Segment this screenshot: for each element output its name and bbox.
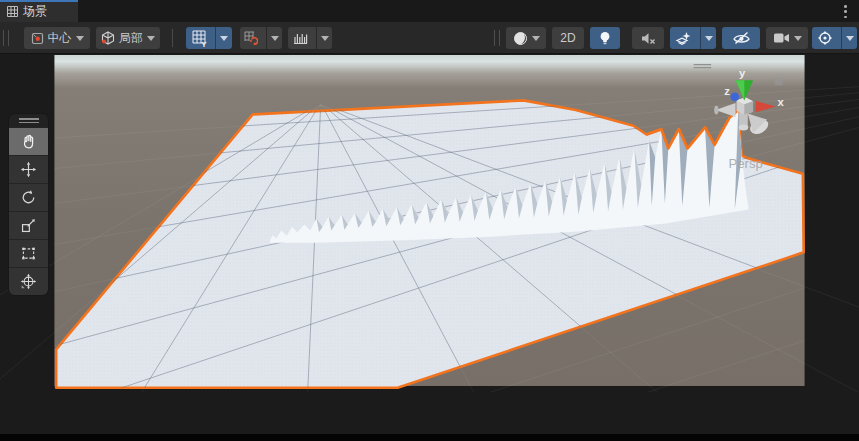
gizmo-sphere-icon [817,30,833,46]
gizmos-options-dropdown[interactable] [841,27,857,49]
move-arrows-icon [20,161,37,178]
scene-3d-render: Persp [0,55,859,434]
effects-button-group [670,27,716,49]
local-cube-icon [101,31,115,45]
effects-sparkle-icon [675,31,691,46]
axis-z-label: z [724,85,730,97]
unity-scene-window: 场景 中心 局部 [0,0,859,441]
axis-y-label: y [739,67,746,79]
kebab-menu-icon[interactable] [844,5,847,18]
audio-toggle-button[interactable] [632,27,664,49]
transform-tool-button[interactable] [9,267,48,295]
2d-mode-label: 2D [560,31,575,45]
view-hand-tool-button[interactable] [9,127,48,155]
rotate-icon [20,189,37,206]
scene-tab-grid-icon [7,6,18,17]
axis-z-ball[interactable] [730,93,739,102]
chevron-down-icon [271,36,279,41]
camera-projection-label[interactable]: Persp [729,156,763,171]
increment-snap-group [288,27,332,49]
tools-overlay-handle[interactable] [9,114,48,127]
axis-x-label: x [777,96,784,108]
shaded-sphere-icon [513,31,528,46]
light-bulb-icon [599,31,611,46]
hand-icon [20,133,37,150]
scene-viewport[interactable]: Persp [0,55,859,434]
increment-options-dropdown[interactable] [316,27,332,49]
tab-title: 场景 [23,3,47,20]
gizmos-button-group [812,27,857,49]
scene-lighting-button[interactable] [590,27,620,49]
grid-snap-magnet-icon [244,31,258,45]
chevron-down-icon [794,36,802,41]
pivot-center-icon [31,32,44,45]
chevron-down-icon [705,36,713,41]
pivot-mode-button[interactable]: 中心 [24,27,90,49]
increment-snap-toggle[interactable] [288,27,312,49]
pivot-mode-label: 中心 [48,30,72,47]
chevron-down-icon [147,36,155,41]
scene-toolbar: 中心 局部 Y [0,22,859,54]
move-tool-button[interactable] [9,155,48,183]
effects-options-dropdown[interactable] [700,27,716,49]
audio-muted-icon [641,32,656,45]
snap-options-dropdown[interactable] [266,27,282,49]
gizmos-toggle[interactable] [812,27,837,49]
rect-tool-button[interactable] [9,239,48,267]
orientation-mode-button[interactable]: 局部 [96,27,160,49]
grid-axis-toggle[interactable]: Y [186,27,211,49]
snap-button-group [240,27,282,49]
scene-visibility-button[interactable] [722,27,760,49]
chevron-down-icon [321,36,329,41]
orientation-mode-label: 局部 [119,30,143,47]
grid-options-dropdown[interactable] [215,27,232,49]
scale-icon [20,217,37,234]
transform-tool-icon [20,273,37,290]
chevron-down-icon [76,36,84,41]
grid-snap-toggle[interactable] [240,27,262,49]
viewport-bottom-bar [0,434,859,441]
effects-toggle[interactable] [670,27,696,49]
toolbar-drag-grip[interactable] [494,30,500,46]
chevron-down-icon [220,36,228,41]
shading-mode-button[interactable] [506,27,546,49]
toolbar-separator [172,29,173,47]
tab-scene[interactable]: 场景 [0,0,78,22]
toolbar-drag-grip[interactable] [3,30,9,46]
scale-tool-button[interactable] [9,211,48,239]
chevron-down-icon [532,36,540,41]
active-tab-indicator [0,0,78,2]
grid-axis-label: Y [201,40,206,49]
rotate-tool-button[interactable] [9,183,48,211]
scene-camera-button[interactable] [766,27,808,49]
camera-icon [773,32,790,44]
grid-visibility-button: Y [186,27,232,49]
rect-tool-icon [20,245,37,262]
eye-slash-icon [732,31,751,45]
chevron-down-icon [846,36,854,41]
2d-mode-button[interactable]: 2D [552,27,584,49]
tab-bar: 场景 [0,0,859,22]
tools-overlay [8,113,49,296]
increment-snap-icon [293,31,308,45]
